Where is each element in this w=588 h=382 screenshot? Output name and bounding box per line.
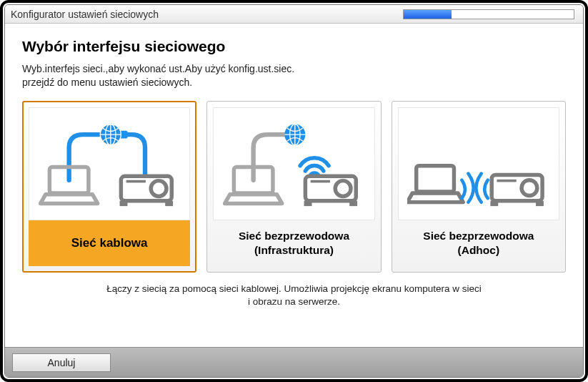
progress-fill [404, 10, 452, 19]
option-infra-illustration [213, 107, 374, 220]
option-wired-illustration [29, 107, 190, 220]
svg-point-14 [336, 180, 352, 196]
option-wireless-adhoc[interactable]: Sieć bezprzewodowa (Adhoc) [392, 101, 566, 273]
svg-point-20 [522, 180, 537, 196]
wifi-out-icon [462, 173, 473, 202]
option-wired[interactable]: Sieć kablowa [22, 101, 196, 273]
svg-rect-9 [126, 180, 146, 183]
svg-rect-15 [304, 201, 312, 206]
option-wired-label: Sieć kablowa [29, 220, 190, 266]
progress-bar [403, 9, 574, 19]
svg-rect-5 [121, 176, 172, 201]
option-adhoc-illustration [398, 107, 559, 220]
svg-rect-13 [306, 176, 357, 201]
selection-description: Łączy z siecią za pomocą sieci kablowej.… [22, 283, 566, 308]
option-infra-label: Sieć bezprzewodowa (Infrastruktura) [213, 220, 374, 266]
footer-bar: Anuluj [5, 347, 583, 377]
svg-rect-23 [497, 180, 516, 182]
page-instructions: Wyb.interfejs sieci.,aby wykonać ust.Aby… [22, 62, 566, 89]
wifi-icon [301, 157, 329, 175]
svg-rect-21 [490, 201, 498, 206]
option-adhoc-label: Sieć bezprzewodowa (Adhoc) [398, 220, 559, 266]
interface-options: Sieć kablowa [22, 101, 566, 273]
projector-icon [120, 176, 174, 206]
wifi-in-icon [476, 173, 487, 202]
projector-icon [490, 175, 544, 206]
svg-rect-16 [350, 201, 358, 206]
svg-rect-7 [120, 201, 128, 206]
svg-rect-19 [492, 175, 542, 200]
titlebar: Konfigurator ustawień sieciowych [5, 5, 583, 24]
svg-point-6 [151, 180, 166, 196]
svg-rect-17 [311, 180, 330, 183]
page-heading: Wybór interfejsu sieciowego [22, 38, 566, 55]
cancel-button[interactable]: Anuluj [12, 353, 111, 372]
svg-rect-8 [165, 201, 173, 206]
option-wireless-infra[interactable]: Sieć bezprzewodowa (Infrastruktura) [206, 101, 381, 273]
svg-rect-22 [536, 201, 544, 206]
laptop-icon [407, 166, 463, 202]
window-title: Konfigurator ustawień sieciowych [11, 9, 403, 20]
svg-rect-18 [417, 166, 454, 192]
projector-icon [304, 176, 358, 206]
